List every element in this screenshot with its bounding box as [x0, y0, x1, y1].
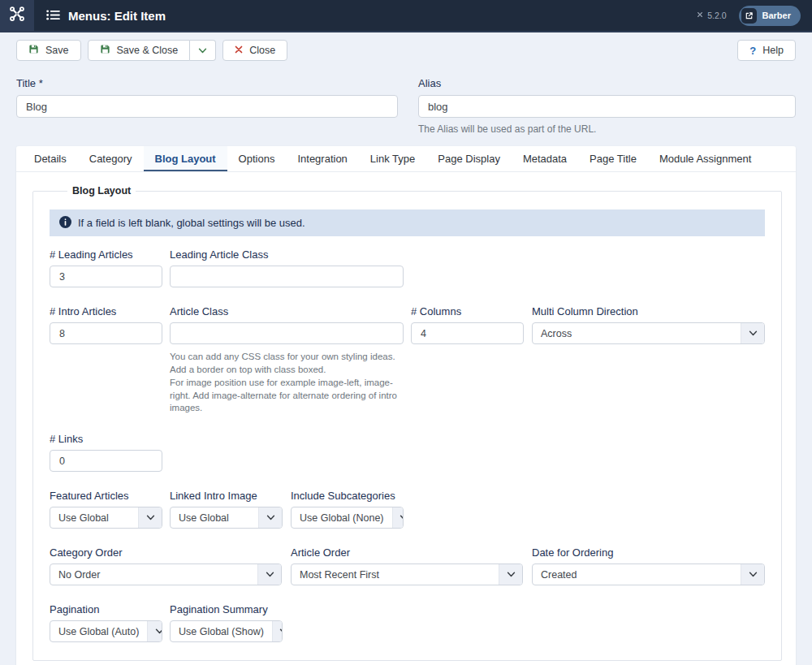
- tab-page-display[interactable]: Page Display: [426, 146, 512, 171]
- field-intro-articles: # Intro Articles: [50, 305, 162, 344]
- tab-integration[interactable]: Integration: [286, 146, 358, 171]
- save-button-label: Save: [45, 45, 69, 56]
- article-order-label: Article Order: [291, 546, 523, 559]
- article-order-value: Most Recent First: [292, 569, 499, 581]
- save-icon: [28, 44, 39, 57]
- title-input[interactable]: [16, 95, 398, 118]
- info-alert-text: If a field is left blank, global setting…: [78, 217, 305, 229]
- joomla-logo: [0, 0, 34, 31]
- help-button-label: Help: [762, 45, 784, 56]
- field-leading-articles: # Leading Articles: [50, 248, 162, 287]
- article-class-input[interactable]: [170, 322, 404, 344]
- chevron-down-icon: [147, 621, 162, 641]
- leading-articles-input[interactable]: [50, 266, 162, 287]
- chevron-down-icon: [741, 323, 764, 343]
- save-close-group: Save & Close: [88, 40, 217, 61]
- multi-column-direction-label: Multi Column Direction: [532, 305, 765, 317]
- featured-articles-label: Featured Articles: [50, 490, 162, 502]
- featured-articles-select[interactable]: Use Global: [50, 507, 162, 529]
- tab-link-type[interactable]: Link Type: [359, 146, 426, 171]
- row-ordering: Category Order No Order Article Order Mo…: [50, 546, 765, 585]
- leading-article-class-input[interactable]: [170, 266, 404, 287]
- alias-input[interactable]: [418, 95, 796, 118]
- leading-articles-label: # Leading Articles: [50, 248, 162, 261]
- linked-intro-image-label: Linked Intro Image: [170, 490, 283, 502]
- preview-site-button[interactable]: Barber: [739, 6, 801, 26]
- tab-options[interactable]: Options: [227, 146, 287, 171]
- joomla-mini-icon: [696, 11, 704, 20]
- columns-label: # Columns: [411, 305, 524, 317]
- row-intro: # Intro Articles Article Class You can a…: [50, 305, 765, 415]
- article-class-label: Article Class: [170, 305, 404, 317]
- field-include-subcategories: Include Subcategories Use Global (None): [291, 490, 404, 529]
- edit-item-card: Details Category Blog Layout Options Int…: [16, 146, 796, 665]
- save-close-button[interactable]: Save & Close: [88, 40, 191, 61]
- close-icon: [235, 45, 243, 56]
- field-date-for-ordering: Date for Ordering Created: [532, 546, 765, 585]
- date-for-ordering-label: Date for Ordering: [532, 546, 765, 559]
- field-pagination: Pagination Use Global (Auto): [50, 603, 162, 642]
- chevron-down-icon: [499, 564, 522, 585]
- close-button-label: Close: [249, 45, 275, 56]
- pagination-summary-select[interactable]: Use Global (Show): [170, 620, 283, 642]
- field-pagination-summary: Pagination Summary Use Global (Show): [170, 603, 283, 642]
- field-linked-intro-image: Linked Intro Image Use Global: [170, 490, 283, 529]
- pagination-label: Pagination: [50, 603, 162, 615]
- save-icon: [100, 44, 110, 57]
- help-button[interactable]: ? Help: [737, 40, 796, 61]
- user-pill-label: Barber: [762, 11, 791, 20]
- intro-articles-label: # Intro Articles: [50, 305, 162, 317]
- intro-articles-input[interactable]: [50, 322, 162, 344]
- tab-page-title[interactable]: Page Title: [578, 146, 648, 171]
- joomla-version: 5.2.0: [696, 11, 726, 20]
- columns-input[interactable]: [411, 322, 524, 344]
- external-link-icon: [741, 8, 757, 24]
- pagination-summary-value: Use Global (Show): [171, 626, 272, 637]
- alias-help-text: The Alias will be used as part of the UR…: [418, 123, 796, 135]
- field-links: # Links: [50, 433, 162, 472]
- save-button[interactable]: Save: [16, 40, 81, 61]
- row-featured: Featured Articles Use Global Linked Intr…: [50, 490, 765, 529]
- tab-category[interactable]: Category: [78, 146, 144, 171]
- version-number: 5.2.0: [707, 11, 726, 20]
- tab-bar: Details Category Blog Layout Options Int…: [16, 146, 796, 172]
- title-label: Title *: [16, 77, 398, 89]
- chevron-down-icon: [138, 507, 162, 528]
- category-order-select[interactable]: No Order: [50, 564, 282, 585]
- pagination-value: Use Global (Auto): [50, 626, 147, 637]
- include-subcategories-select[interactable]: Use Global (None): [291, 507, 404, 529]
- close-button[interactable]: Close: [222, 40, 287, 61]
- pagination-summary-label: Pagination Summary: [170, 603, 283, 615]
- info-icon: [59, 216, 71, 231]
- field-article-class: Article Class You can add any CSS class …: [170, 305, 404, 415]
- tab-metadata[interactable]: Metadata: [512, 146, 578, 171]
- multi-column-direction-select[interactable]: Across: [532, 322, 765, 344]
- field-columns: # Columns: [411, 305, 524, 344]
- title-alias-row: Title * Alias The Alias will be used as …: [0, 61, 812, 135]
- links-input[interactable]: [50, 450, 162, 472]
- links-label: # Links: [50, 433, 162, 445]
- field-leading-article-class: Leading Article Class: [170, 248, 404, 287]
- save-options-dropdown-toggle[interactable]: [190, 40, 216, 61]
- linked-intro-image-select[interactable]: Use Global: [170, 507, 283, 529]
- tab-details[interactable]: Details: [23, 146, 78, 171]
- pagination-select[interactable]: Use Global (Auto): [50, 620, 162, 642]
- leading-article-class-label: Leading Article Class: [170, 248, 404, 261]
- field-multi-column-direction: Multi Column Direction Across: [532, 305, 765, 344]
- list-icon: [46, 9, 60, 23]
- article-order-select[interactable]: Most Recent First: [291, 564, 523, 585]
- row-pagination: Pagination Use Global (Auto) Pagination …: [50, 603, 765, 642]
- article-class-help-text: You can add any CSS class for your own s…: [170, 351, 407, 415]
- panel-legend: Blog Layout: [67, 185, 136, 196]
- date-for-ordering-select[interactable]: Created: [532, 564, 765, 585]
- alias-field-group: Alias The Alias will be used as part of …: [418, 77, 796, 135]
- include-subcategories-label: Include Subcategories: [291, 490, 404, 502]
- app-window: Menus: Edit Item 5.2.0: [0, 0, 812, 665]
- info-alert: If a field is left blank, global setting…: [50, 209, 765, 236]
- field-featured-articles: Featured Articles Use Global: [50, 490, 162, 529]
- question-mark-icon: ?: [749, 45, 756, 57]
- tab-module-assignment[interactable]: Module Assignment: [648, 146, 762, 171]
- field-article-order: Article Order Most Recent First: [291, 546, 523, 585]
- joomla-logo-icon: [9, 6, 25, 25]
- tab-blog-layout[interactable]: Blog Layout: [144, 146, 227, 171]
